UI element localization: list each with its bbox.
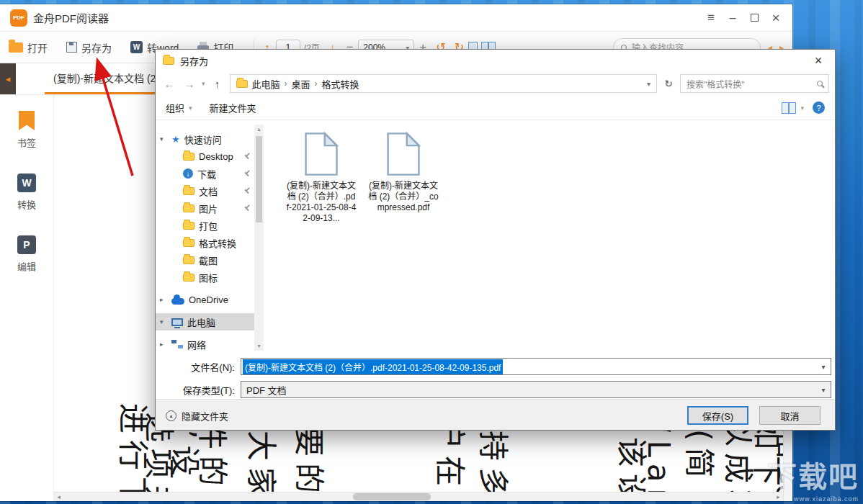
expander-icon[interactable]: ▸ [160, 296, 167, 303]
cancel-button[interactable]: 取消 [759, 406, 820, 425]
tree-item-icons[interactable]: 图标 [156, 269, 264, 286]
navigation-tree: ▾ 快速访问 Desktop 下载 文档 [156, 122, 264, 354]
chevron-down-icon: ▾ [800, 104, 804, 112]
chevron-down-icon[interactable]: ▾ [816, 359, 831, 374]
sidebar-collapse-button[interactable] [0, 63, 16, 94]
tree-item-pictures[interactable]: 图片 [156, 199, 264, 217]
tree-item-dabao[interactable]: 打包 [156, 217, 264, 234]
collapse-circle-icon [166, 410, 176, 421]
chevron-down-icon: ▾ [189, 104, 192, 112]
expander-icon[interactable]: ▸ [160, 341, 167, 348]
expander-icon[interactable]: ▾ [160, 135, 167, 143]
scrollbar-thumb[interactable] [353, 493, 431, 500]
help-button[interactable] [813, 102, 825, 114]
savetype-select[interactable]: PDF 文档 ▾ [241, 381, 831, 398]
expander-icon[interactable]: ▾ [160, 318, 167, 325]
menu-icon[interactable] [700, 9, 722, 27]
horizontal-scrollbar[interactable]: ◂ ▸ [54, 492, 783, 501]
filename-input[interactable]: (复制)-新建文本文档 (2)（合并）.pdf-2021-01-25-08-42… [241, 358, 831, 375]
folder-icon [236, 80, 248, 88]
breadcrumb-root[interactable]: 此电脑 [252, 77, 280, 91]
dialog-titlebar: 另存为 [156, 50, 835, 71]
quick-access-icon [171, 134, 180, 145]
scroll-up-icon[interactable]: ▴ [254, 125, 264, 134]
save-as-button[interactable]: 另存为 [66, 40, 112, 55]
tree-item-this-pc[interactable]: ▾ 此电脑 [156, 313, 264, 330]
forward-icon[interactable]: → [182, 78, 197, 90]
hide-folders-button[interactable]: 隐藏文件夹 [166, 409, 228, 423]
rotated-doc-text: 大家 [242, 431, 286, 501]
save-button[interactable]: 保存(S) [687, 406, 748, 425]
file-list: (复制)-新建文本文档 (2)（合并）.pdf-2021-01-25-08-42… [264, 122, 836, 354]
dialog-close-button[interactable] [802, 50, 835, 71]
convert-icon [17, 174, 36, 192]
breadcrumb-parent[interactable]: 桌面 [292, 77, 310, 91]
pin-icon [243, 187, 251, 194]
watermark-subtext: www.xiazaiba.com [768, 495, 859, 503]
this-pc-icon [171, 318, 183, 326]
network-icon [171, 340, 183, 348]
tree-item-quick-access[interactable]: ▾ 快速访问 [156, 130, 264, 148]
tree-item-desktop[interactable]: Desktop [156, 148, 264, 165]
scroll-down-icon[interactable]: ▾ [254, 341, 264, 351]
tree-item-documents[interactable]: 文档 [156, 182, 264, 199]
breadcrumb[interactable]: 此电脑 › 桌面 › 格式转换 ▾ [230, 74, 657, 93]
tree-scrollbar[interactable]: ▴ ▾ [254, 125, 264, 351]
dialog-title: 另存为 [180, 54, 208, 68]
scroll-left-icon[interactable]: ◂ [54, 492, 63, 501]
pictures-icon [183, 204, 194, 212]
new-folder-button[interactable]: 新建文件夹 [210, 101, 256, 114]
pdf-file-icon [303, 132, 340, 176]
rotated-doc-text: 件的另 [193, 419, 237, 501]
savetype-label: 保存类型(T): [156, 383, 241, 397]
onedrive-icon [171, 298, 184, 305]
sidebar-item-convert[interactable]: 转换 [17, 174, 36, 211]
savetype-row: 保存类型(T): PDF 文档 ▾ [156, 380, 836, 399]
bookmark-icon [19, 111, 35, 130]
search-icon [817, 81, 823, 86]
up-icon[interactable]: ↑ [210, 78, 225, 90]
save-icon [66, 42, 77, 53]
file-item[interactable]: (复制)-新建文本文档 (2)（合并）_compressed.pdf [367, 132, 439, 213]
refresh-icon[interactable]: ↻ [661, 78, 676, 89]
tree-item-format-convert[interactable]: 格式转换 [156, 234, 264, 251]
sidebar-item-edit[interactable]: 编辑 [17, 235, 36, 273]
history-chevron-icon[interactable]: ▾ [202, 80, 205, 87]
rotated-doc-text: 持多 [474, 431, 518, 501]
tree-item-downloads[interactable]: 下载 [156, 165, 264, 182]
breadcrumb-current[interactable]: 格式转换 [322, 77, 359, 91]
minimize-button[interactable] [722, 9, 743, 27]
app-titlebar: PDF 金舟PDF阅读器 [0, 4, 792, 32]
sidebar-item-bookmarks[interactable]: 书签 [17, 111, 36, 149]
chevron-down-icon[interactable]: ▾ [816, 382, 831, 397]
dialog-search-input[interactable]: 搜索"格式转换" [680, 74, 829, 93]
tree-spacer [156, 330, 264, 336]
close-button[interactable] [765, 9, 787, 27]
chevron-right-icon: › [285, 78, 287, 89]
file-name: (复制)-新建文本文档 (2)（合并）_compressed.pdf [368, 181, 439, 213]
back-icon[interactable]: ← [161, 78, 177, 90]
file-item[interactable]: (复制)-新建文本文档 (2)（合并）.pdf-2021-01-25-08-42… [285, 132, 357, 224]
app-title: 金舟PDF阅读器 [33, 10, 109, 25]
tree-item-network[interactable]: ▸ 网络 [156, 336, 264, 353]
window-controls [700, 9, 787, 27]
scrollbar-thumb[interactable] [256, 136, 262, 222]
rotated-doc-text: 户在转 [431, 419, 475, 501]
filename-row: 文件名(N): (复制)-新建文本文档 (2)（合并）.pdf-2021-01-… [156, 357, 836, 376]
tree-item-onedrive[interactable]: ▸ OneDrive [156, 291, 264, 308]
dialog-address-bar: ← → ▾ ↑ 此电脑 › 桌面 › 格式转换 ▾ ↻ 搜索"格式转换" [156, 71, 835, 96]
savetype-value: PDF 文档 [243, 383, 287, 397]
open-button[interactable]: 打开 [9, 40, 48, 55]
tree-item-screenshots[interactable]: 截图 [156, 251, 264, 269]
filename-label: 文件名(N): [156, 360, 241, 374]
screen: PDF 金舟PDF阅读器 打开 另存为 转word [0, 0, 863, 504]
watermark-text: 下载吧 [768, 454, 859, 495]
file-name: (复制)-新建文本文档 (2)（合并）.pdf-2021-01-25-08-42… [286, 181, 357, 224]
maximize-button[interactable] [743, 9, 765, 27]
organize-button[interactable]: 组织 ▾ [166, 101, 192, 114]
chevron-down-icon[interactable]: ▾ [647, 80, 650, 88]
folder-icon [183, 239, 194, 247]
document-tab[interactable]: (复制)-新建文本文档 (2 [45, 63, 164, 94]
view-mode-button[interactable]: ▾ [782, 102, 804, 114]
view-mode-icon [782, 102, 796, 114]
